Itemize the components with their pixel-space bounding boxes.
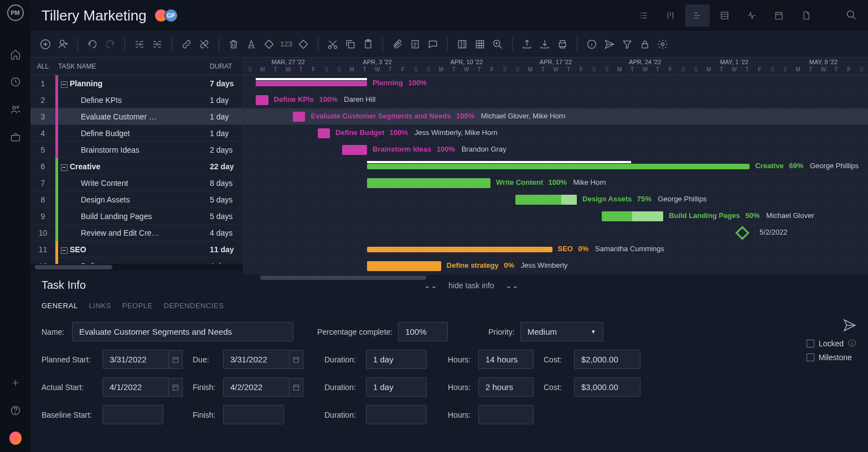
finish-input[interactable] — [223, 377, 290, 397]
app-logo[interactable]: PM — [7, 4, 24, 21]
text-icon[interactable] — [245, 38, 258, 51]
gantt-bar[interactable] — [367, 164, 750, 169]
export-icon[interactable] — [520, 38, 534, 51]
attach-icon[interactable] — [391, 38, 404, 51]
planned-cost-input[interactable] — [574, 350, 640, 369]
undo-icon[interactable] — [86, 38, 99, 51]
indent-icon[interactable] — [151, 38, 164, 51]
task-row[interactable]: 10 Review and Edit Cre… 4 days — [30, 225, 243, 241]
milestone-icon[interactable] — [735, 226, 749, 240]
actual-start-input[interactable] — [102, 377, 169, 397]
people-icon[interactable] — [9, 103, 22, 116]
comment-icon[interactable] — [426, 38, 440, 51]
task-row[interactable]: 8 Design Assets 5 days — [30, 191, 243, 208]
actual-duration-input[interactable] — [366, 377, 427, 397]
gantt-row[interactable]: Design Assets 75% George Phillips — [244, 191, 868, 208]
note-icon[interactable] — [409, 38, 422, 51]
gantt-bar[interactable] — [367, 247, 552, 252]
calendar-icon[interactable] — [289, 378, 303, 397]
gantt-bar[interactable] — [367, 261, 441, 271]
calendar-view-icon[interactable] — [767, 4, 791, 27]
help-icon[interactable] — [9, 404, 22, 417]
gantt-row[interactable]: SEO 0% Samantha Cummings — [244, 241, 868, 258]
tab-dependencies[interactable]: DEPENDENCIES — [164, 302, 224, 310]
gantt-bar[interactable] — [256, 95, 268, 105]
gantt-row[interactable]: 5/2/2022 — [244, 225, 868, 241]
planned-duration-input[interactable] — [366, 350, 427, 369]
outdent-icon[interactable] — [133, 38, 146, 51]
gantt-row[interactable]: Define Budget 100% Jess Wimberly, Mike H… — [244, 125, 868, 142]
briefcase-icon[interactable] — [9, 131, 22, 143]
search-icon[interactable] — [846, 9, 857, 22]
task-row[interactable]: 3 Evaluate Customer … 1 day — [30, 108, 243, 125]
settings-icon[interactable] — [656, 38, 669, 51]
tab-people[interactable]: PEOPLE — [122, 302, 153, 310]
planned-hours-input[interactable] — [478, 350, 534, 369]
calendar-icon[interactable] — [168, 378, 183, 397]
tab-general[interactable]: GENERAL — [42, 302, 78, 310]
activity-view-icon[interactable] — [740, 4, 764, 27]
board-view-icon[interactable] — [658, 4, 683, 27]
gantt-row[interactable]: Build Landing Pages 50% Michael Glover — [244, 208, 868, 225]
grid-icon[interactable] — [473, 38, 487, 51]
copy-icon[interactable] — [344, 38, 357, 51]
gantt-bar[interactable] — [318, 128, 330, 138]
gantt-bar[interactable] — [256, 81, 367, 86]
collapse-icon[interactable]: − — [61, 247, 68, 254]
collapse-icon[interactable]: − — [61, 81, 68, 88]
task-row[interactable]: 9 Build Landing Pages 5 days — [30, 208, 243, 225]
clock-icon[interactable] — [9, 76, 22, 88]
gantt-row[interactable]: Creative 69% George Phillips — [244, 158, 868, 175]
redo-icon[interactable] — [104, 38, 117, 51]
add-user-icon[interactable] — [56, 38, 70, 51]
task-row[interactable]: 5 Brainstorm Ideas 2 days — [30, 142, 243, 158]
hide-task-info-button[interactable]: ⌄⌄ hide task info ⌄⌄ — [424, 281, 519, 290]
lock-icon[interactable] — [638, 38, 652, 51]
project-avatars[interactable]: GP — [158, 9, 178, 22]
diamond-icon[interactable] — [297, 38, 310, 51]
task-row[interactable]: 2 Define KPIs 1 day — [30, 92, 243, 108]
baseline-start-input[interactable] — [102, 405, 163, 424]
user-avatar-icon[interactable] — [9, 432, 22, 444]
pct-complete-input[interactable] — [398, 322, 448, 341]
filter-icon[interactable] — [621, 38, 634, 51]
avatar[interactable]: GP — [164, 9, 178, 22]
task-row[interactable]: 12 Define strategy 4 days — [30, 258, 243, 264]
milestone-checkbox[interactable]: Milestone — [807, 353, 856, 362]
locked-checkbox[interactable]: Lockedⓘ — [807, 339, 856, 349]
print-icon[interactable] — [556, 38, 569, 51]
col-all[interactable]: ALL — [30, 63, 55, 70]
gantt-bar[interactable] — [293, 112, 305, 122]
task-name-input[interactable] — [72, 322, 293, 341]
gantt-bar[interactable] — [602, 211, 664, 221]
document-view-icon[interactable] — [794, 4, 818, 27]
paste-icon[interactable] — [361, 38, 375, 51]
gantt-row[interactable]: Define strategy 0% Jess Wimberly — [244, 258, 868, 274]
task-row[interactable]: 7 Write Content 8 days — [30, 175, 243, 191]
link-icon[interactable] — [180, 38, 193, 51]
actual-cost-input[interactable] — [574, 377, 640, 397]
collapse-icon[interactable]: − — [61, 164, 68, 171]
calendar-icon[interactable] — [168, 350, 183, 369]
calendar-icon[interactable] — [289, 350, 303, 369]
tab-links[interactable]: LINKS — [89, 302, 111, 310]
add-icon[interactable] — [39, 38, 52, 51]
gantt-row[interactable]: Brainstorm Ideas 100% Brandon Gray — [244, 142, 868, 158]
priority-select[interactable]: Medium▼ — [520, 322, 603, 341]
task-row[interactable]: 11 −SEO 11 day — [30, 241, 243, 258]
baseline-hours-input[interactable] — [478, 405, 534, 424]
col-duration-header[interactable]: DURAT — [210, 63, 243, 70]
gantt-bar[interactable] — [367, 178, 490, 188]
info-icon[interactable] — [585, 38, 598, 51]
columns-icon[interactable] — [456, 38, 469, 51]
send-icon[interactable] — [603, 38, 616, 51]
info-icon[interactable]: ⓘ — [848, 339, 856, 349]
list-view-icon[interactable] — [631, 4, 655, 27]
import-icon[interactable] — [538, 38, 551, 51]
baseline-duration-input[interactable] — [366, 405, 427, 424]
col-name-header[interactable]: TASK NAME — [55, 63, 210, 70]
due-input[interactable] — [223, 350, 290, 369]
tag-icon[interactable] — [262, 38, 276, 51]
send-icon[interactable] — [843, 318, 857, 334]
gantt-view-icon[interactable] — [685, 4, 710, 27]
